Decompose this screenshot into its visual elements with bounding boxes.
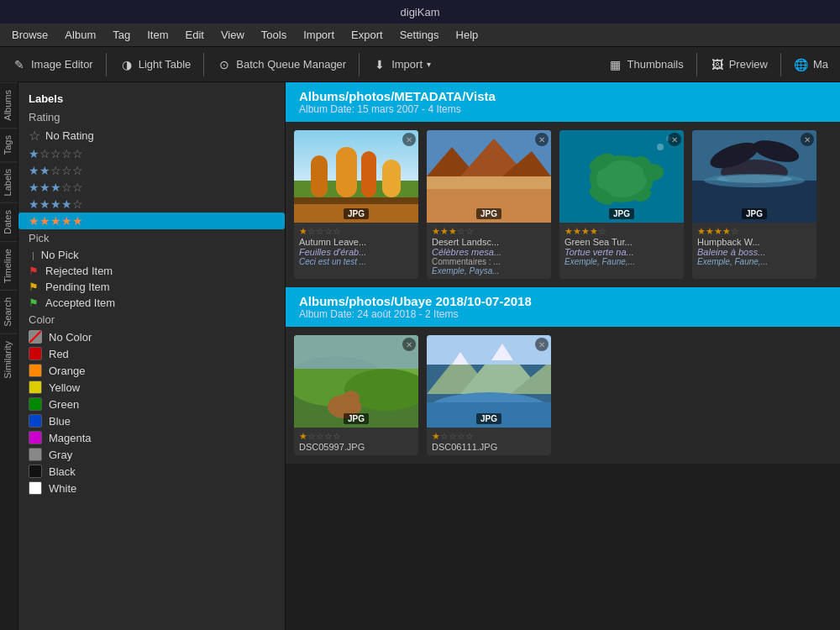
side-tab-dates[interactable]: Dates bbox=[0, 202, 18, 241]
album1-thumbnails: JPG ✕ ★☆☆☆☆ Autumn Leave... Feuilles d'é… bbox=[286, 122, 840, 287]
menu-item[interactable]: Item bbox=[140, 27, 175, 43]
content-area: Albums/photos/METADATA/Vista Album Date:… bbox=[286, 82, 840, 630]
light-table-button[interactable]: ◑ Light Table bbox=[111, 54, 200, 76]
rating-1star[interactable]: ★ ☆ ☆ ☆ ☆ bbox=[18, 145, 285, 162]
pick-rejected[interactable]: ⚑ Rejected Item bbox=[18, 263, 285, 279]
color-no-color[interactable]: No Color bbox=[18, 328, 285, 345]
color-orange[interactable]: Orange bbox=[18, 362, 285, 379]
whale-name2: Baleine à boss... bbox=[697, 247, 811, 257]
preview-button[interactable]: 🖼 Preview bbox=[701, 54, 776, 76]
import-button[interactable]: ⬇ Import ▾ bbox=[364, 54, 439, 76]
desert-close-icon[interactable]: ✕ bbox=[535, 133, 549, 146]
menu-browse[interactable]: Browse bbox=[5, 27, 55, 43]
side-tab-tags[interactable]: Tags bbox=[0, 128, 18, 161]
whale-close-icon[interactable]: ✕ bbox=[801, 133, 814, 146]
menu-tools[interactable]: Tools bbox=[255, 27, 293, 43]
thumb-card-desert[interactable]: JPG ✕ ★★★☆☆ Desert Landsc... Célèbres me… bbox=[427, 130, 551, 279]
turtle-close-icon[interactable]: ✕ bbox=[668, 133, 681, 146]
magenta-swatch bbox=[29, 431, 42, 444]
dsc06111-close-icon[interactable]: ✕ bbox=[535, 338, 549, 351]
batch-queue-button[interactable]: ⊙ Batch Queue Manager bbox=[208, 54, 354, 76]
color-subsection-title: Color bbox=[18, 311, 285, 328]
desert-badge: JPG bbox=[476, 208, 501, 219]
accepted-label: Accepted Item bbox=[45, 297, 115, 309]
desert-name: Desert Landsc... bbox=[432, 237, 546, 247]
menu-import[interactable]: Import bbox=[297, 27, 341, 43]
pending-label: Pending Item bbox=[45, 281, 110, 293]
color-white[interactable]: White bbox=[18, 480, 285, 496]
whale-info: ★★★★☆ Humpback W... Baleine à boss... Ex… bbox=[692, 223, 816, 270]
color-magenta[interactable]: Magenta bbox=[18, 429, 285, 446]
thumb-card-autumn[interactable]: JPG ✕ ★☆☆☆☆ Autumn Leave... Feuilles d'é… bbox=[294, 130, 418, 279]
autumn-stars: ★☆☆☆☆ bbox=[299, 226, 413, 237]
thumb-card-whale[interactable]: JPG ✕ ★★★★☆ Humpback W... Baleine à boss… bbox=[692, 130, 816, 279]
desert-name2: Célèbres mesa... bbox=[432, 247, 546, 257]
image-editor-button[interactable]: ✎ Image Editor bbox=[3, 54, 102, 76]
side-tab-labels[interactable]: Labels bbox=[0, 161, 18, 202]
app-title: digiKam bbox=[401, 6, 440, 18]
rating-2star[interactable]: ★ ★ ☆ ☆ ☆ bbox=[18, 162, 285, 179]
thumbnails-button[interactable]: ▦ Thumbnails bbox=[599, 54, 691, 76]
rating-4star[interactable]: ★ ★ ★ ★ ☆ bbox=[18, 196, 285, 213]
light-table-icon: ◑ bbox=[119, 57, 134, 72]
toolbar: ✎ Image Editor ◑ Light Table ⊙ Batch Que… bbox=[0, 47, 840, 82]
menu-settings[interactable]: Settings bbox=[393, 27, 446, 43]
menu-view[interactable]: View bbox=[214, 27, 251, 43]
svg-rect-2 bbox=[311, 155, 328, 197]
turtle-stars: ★★★★☆ bbox=[564, 226, 679, 237]
no-pick-label: No Pick bbox=[41, 249, 79, 261]
color-black[interactable]: Black bbox=[18, 463, 285, 480]
color-blue[interactable]: Blue bbox=[18, 412, 285, 429]
thumb-card-dsc06111[interactable]: JPG ✕ ★☆☆☆☆ DSC06111.JPG bbox=[427, 335, 551, 455]
whale-tags: Exemple, Faune,... bbox=[697, 257, 811, 266]
menu-help[interactable]: Help bbox=[449, 27, 486, 43]
pick-no-pick[interactable]: | No Pick bbox=[18, 247, 285, 263]
side-tab-similarity[interactable]: Similarity bbox=[0, 333, 18, 386]
pick-pending[interactable]: ⚑ Pending Item bbox=[18, 279, 285, 295]
rating-no-rating[interactable]: ☆ No Rating bbox=[18, 126, 285, 145]
orange-label: Orange bbox=[49, 365, 85, 377]
rating-5star[interactable]: ★ ★ ★ ★ ★ bbox=[18, 213, 285, 229]
side-tab-search[interactable]: Search bbox=[0, 290, 18, 333]
menu-edit[interactable]: Edit bbox=[178, 27, 210, 43]
thumb-card-turtle[interactable]: JPG ✕ ★★★★☆ Green Sea Tur... Tortue vert… bbox=[559, 130, 684, 279]
import-icon: ⬇ bbox=[372, 57, 387, 72]
autumn-close-icon[interactable]: ✕ bbox=[402, 133, 416, 146]
menubar: Browse Album Tag Item Edit View Tools Im… bbox=[0, 24, 840, 47]
menu-tag[interactable]: Tag bbox=[106, 27, 137, 43]
thumb-img-turtle: JPG ✕ bbox=[559, 130, 684, 223]
color-green[interactable]: Green bbox=[18, 396, 285, 412]
color-gray[interactable]: Gray bbox=[18, 446, 285, 463]
side-tab-albums[interactable]: Albums bbox=[0, 82, 18, 128]
album2-thumbnails: JPG ✕ ★☆☆☆☆ DSC05997.JPG bbox=[286, 327, 840, 464]
pick-subsection-title: Pick bbox=[18, 229, 285, 247]
yellow-label: Yellow bbox=[49, 381, 80, 394]
pick-accepted[interactable]: ⚑ Accepted Item bbox=[18, 295, 285, 311]
star-1: ★ bbox=[29, 147, 39, 160]
album1-header: Albums/photos/METADATA/Vista Album Date:… bbox=[286, 82, 840, 122]
green-label: Green bbox=[49, 398, 79, 411]
menu-album[interactable]: Album bbox=[58, 27, 102, 43]
dsc06111-stars: ★☆☆☆☆ bbox=[432, 431, 546, 442]
turtle-tags: Exemple, Faune,... bbox=[564, 257, 679, 266]
thumb-card-dsc05997[interactable]: JPG ✕ ★☆☆☆☆ DSC05997.JPG bbox=[294, 335, 418, 455]
preview-label: Preview bbox=[729, 58, 768, 71]
turtle-info: ★★★★☆ Green Sea Tur... Tortue verte na..… bbox=[559, 223, 684, 270]
thumbnails-icon: ▦ bbox=[607, 57, 622, 72]
autumn-name: Autumn Leave... bbox=[299, 237, 413, 247]
dsc05997-close-icon[interactable]: ✕ bbox=[402, 338, 416, 351]
labels-section-title: Labels bbox=[18, 89, 285, 108]
svg-rect-38 bbox=[294, 335, 418, 369]
side-tab-timeline[interactable]: Timeline bbox=[0, 241, 18, 290]
rating-3star[interactable]: ★ ★ ★ ☆ ☆ bbox=[18, 179, 285, 196]
yellow-swatch bbox=[29, 381, 42, 394]
dsc05997-badge: JPG bbox=[344, 413, 369, 424]
menu-export[interactable]: Export bbox=[344, 27, 390, 43]
color-red[interactable]: Red bbox=[18, 345, 285, 362]
main-area: Albums Tags Labels Dates Timeline Search… bbox=[0, 82, 840, 630]
thumb-img-dsc06111: JPG ✕ bbox=[427, 335, 551, 428]
color-yellow[interactable]: Yellow bbox=[18, 379, 285, 396]
no-rating-label: No Rating bbox=[45, 129, 94, 142]
orange-swatch bbox=[29, 364, 42, 377]
map-button[interactable]: 🌐 Ma bbox=[785, 54, 837, 76]
